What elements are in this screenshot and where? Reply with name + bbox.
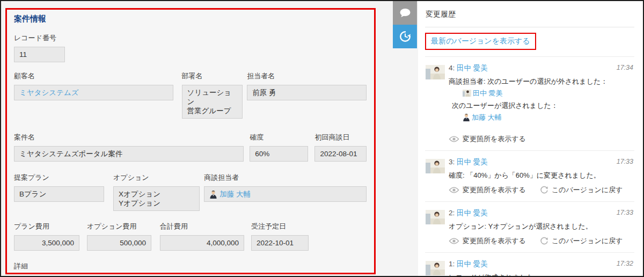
field-label: オプション費用 <box>87 222 151 231</box>
history-entry-4: 4: 田中 愛美 17:34 商談担当者: 次のユーザーの選択が外されました： <box>425 56 634 151</box>
field-label: 提案プラン <box>14 173 104 183</box>
comment-bubble-icon <box>399 8 411 18</box>
added-user-mention: 加藤 大輔 <box>463 112 634 122</box>
field-value: 500,000 <box>87 235 151 251</box>
field-label: 商談担当者 <box>204 173 367 183</box>
entry-time: 17:33 <box>617 209 633 216</box>
field-row-4: 提案プラン Bプラン オプション Xオプション Yオプション 商談担当者 <box>14 173 367 211</box>
entry-user-link[interactable]: 田中 愛美 <box>457 158 488 166</box>
field-label: 確度 <box>250 133 308 142</box>
removed-user-link[interactable]: 田中 愛美 <box>473 88 503 98</box>
eye-icon <box>449 187 459 193</box>
field-option-cost: オプション費用 500,000 <box>87 222 151 251</box>
refresh-icon <box>540 186 548 194</box>
record-panel-title: 案件情報 <box>14 13 367 24</box>
entry-actions: 変更箇所を表示する <box>449 134 634 144</box>
field-case-name: 案件名 ミヤタシステムズポータル案件 <box>14 133 244 162</box>
entry-user-link[interactable]: 田中 愛美 <box>457 64 488 72</box>
field-value: ソリューション 営業グループ <box>182 85 243 119</box>
eye-icon <box>449 136 459 142</box>
entry-user-link[interactable]: 田中 愛美 <box>457 209 488 217</box>
history-entry-2: 2: 田中 愛美 17:33 オプション: Yオプションが選択されました。 変更… <box>425 202 634 253</box>
record-detail-panel: 案件情報 レコード番号 11 顧客名 ミヤタシステムズ 部署名 ソリューション … <box>5 8 376 274</box>
field-value: Xオプション Yオプション <box>113 186 200 211</box>
screenshot-frame: 案件情報 レコード番号 11 顧客名 ミヤタシステムズ 部署名 ソリューション … <box>0 0 644 277</box>
entry-body: 確度: 「40%」から「60%」に変更されました。 <box>449 170 634 180</box>
field-customer-name: 顧客名 ミヤタシステムズ <box>14 71 173 100</box>
field-proposed-plan: 提案プラン Bプラン <box>14 173 104 202</box>
removed-user-mention: 田中 愛美 <box>463 88 634 98</box>
field-label: 案件名 <box>14 133 244 142</box>
show-changes-link[interactable]: 変更箇所を表示する <box>449 236 526 246</box>
history-entry-1: 1: 田中 愛美 17:32 レコードが作成されました。 最初のバージョンを表示… <box>425 253 634 276</box>
field-owner-name: 担当者名 前原 勇 <box>247 71 367 100</box>
user-photo-mini-icon <box>463 90 471 97</box>
entry-actions: 変更箇所を表示する このバージョンに戻す <box>449 236 634 246</box>
show-latest-version-link[interactable]: 最新のバージョンを表示する <box>425 33 536 50</box>
field-record-number: レコード番号 11 <box>14 33 65 62</box>
side-tab-strip <box>393 1 417 48</box>
entry-header: 2: 田中 愛美 <box>449 208 634 218</box>
entry-time: 17:34 <box>617 64 633 71</box>
field-label: オプション <box>113 173 200 183</box>
field-value: 60% <box>250 146 308 162</box>
entry-header: 4: 田中 愛美 <box>449 63 634 73</box>
field-value: 4,000,000 <box>160 235 244 251</box>
field-label: 顧客名 <box>14 71 173 81</box>
user-photo-avatar <box>426 65 445 79</box>
entry-body: 商談担当者: 次のユーザーの選択が外されました： 田中 愛美 次のユーザーが選択… <box>449 76 634 122</box>
entry-number: 2: <box>449 209 455 217</box>
entry-change-line: 次のユーザーが選択されました： <box>452 100 634 111</box>
field-negotiator: 商談担当者 加藤 大輔 <box>204 173 367 202</box>
field-value: 加藤 大輔 <box>204 186 367 202</box>
history-entry-3: 3: 田中 愛美 17:33 確度: 「40%」から「60%」に変更されました。… <box>425 151 634 202</box>
field-row-1: レコード番号 11 <box>14 33 367 62</box>
show-changes-link[interactable]: 変更箇所を表示する <box>449 185 526 195</box>
show-changes-link[interactable]: 変更箇所を表示する <box>449 134 526 144</box>
revert-version-link[interactable]: このバージョンに戻す <box>540 236 623 246</box>
field-value: 11 <box>14 47 65 62</box>
field-row-3: 案件名 ミヤタシステムズポータル案件 確度 60% 初回商談日 2022-08-… <box>14 133 367 162</box>
tab-comments[interactable] <box>393 1 417 25</box>
entry-header: 3: 田中 愛美 <box>449 157 634 167</box>
field-row-2: 顧客名 ミヤタシステムズ 部署名 ソリューション 営業グループ 担当者名 前原 … <box>14 71 367 119</box>
field-label: 詳細 <box>14 261 366 271</box>
field-label: 初回商談日 <box>314 133 367 142</box>
entry-body: レコードが作成されました。 <box>449 272 634 276</box>
field-detail: 詳細 代理店向けポータルの新規導入案件。 <box>14 261 366 274</box>
field-label: 合計費用 <box>160 222 244 231</box>
field-row-6: 詳細 代理店向けポータルの新規導入案件。 <box>14 261 367 274</box>
revert-version-link[interactable]: このバージョンに戻す <box>540 185 623 195</box>
field-label: 部署名 <box>182 71 243 81</box>
added-user-link[interactable]: 加藤 大輔 <box>472 112 502 122</box>
field-label: プラン費用 <box>14 222 79 231</box>
entry-time: 17:33 <box>617 158 633 165</box>
eye-icon <box>449 238 459 244</box>
entry-change-line: 商談担当者: 次のユーザーの選択が外されました： <box>449 76 634 86</box>
entry-user-link[interactable]: 田中 愛美 <box>457 260 488 268</box>
entry-time: 17:32 <box>617 260 633 267</box>
entry-number: 4: <box>449 64 455 72</box>
field-probability: 確度 60% <box>250 133 308 162</box>
change-history-panel: 変更履歴 最新のバージョンを表示する 4: 田中 愛美 17:34 <box>418 1 644 276</box>
customer-name-link[interactable]: ミヤタシステムズ <box>19 89 79 97</box>
field-label: レコード番号 <box>14 33 65 43</box>
field-department: 部署名 ソリューション 営業グループ <box>182 71 243 119</box>
field-value: 2022-10-01 <box>251 235 309 251</box>
entry-actions: 変更箇所を表示する このバージョンに戻す <box>449 185 634 195</box>
field-value: 2022-08-01 <box>314 146 367 162</box>
field-label: 受注予定日 <box>251 222 309 231</box>
refresh-icon <box>540 237 548 245</box>
user-photo-avatar <box>426 210 445 224</box>
field-value: Bプラン <box>14 186 104 202</box>
history-clock-icon <box>399 30 412 43</box>
field-first-meeting-date: 初回商談日 2022-08-01 <box>314 133 367 162</box>
user-man-icon <box>463 113 470 121</box>
tab-change-history[interactable] <box>393 25 417 48</box>
field-plan-cost: プラン費用 3,500,000 <box>14 222 79 251</box>
field-label: 担当者名 <box>247 71 367 81</box>
negotiator-user-link[interactable]: 加藤 大輔 <box>219 189 251 199</box>
entry-number: 3: <box>449 158 455 166</box>
field-order-date: 受注予定日 2022-10-01 <box>251 222 309 251</box>
user-photo-avatar <box>426 261 445 275</box>
